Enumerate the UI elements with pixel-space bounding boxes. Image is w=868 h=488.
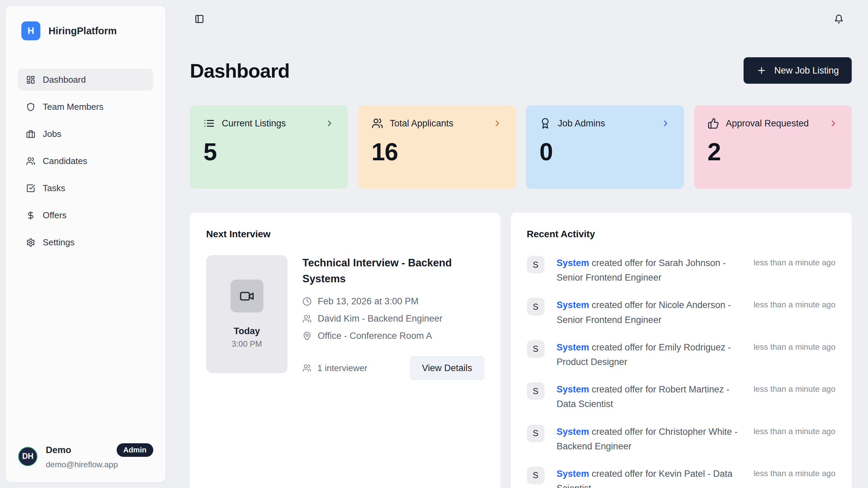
interview-date-tile: Today 3:00 PM <box>206 255 288 373</box>
sidebar-item-jobs[interactable]: Jobs <box>18 123 153 145</box>
activity-actor-link[interactable]: System <box>557 258 589 268</box>
sidebar-item-label: Offers <box>43 210 66 221</box>
sidebar-item-label: Tasks <box>43 183 65 194</box>
list-icon <box>203 118 215 129</box>
activity-avatar: S <box>527 298 545 316</box>
plus-icon <box>756 65 767 76</box>
activity-item: S System created offer for Kevin Patel -… <box>527 467 836 488</box>
stat-label: Approval Requested <box>726 118 809 129</box>
video-camera-icon <box>239 289 254 304</box>
interview-location: Office - Conference Room A <box>318 331 432 341</box>
new-job-listing-button[interactable]: New Job Listing <box>744 57 852 84</box>
activity-actor-link[interactable]: System <box>557 427 589 437</box>
interview-datetime-row: Feb 13, 2026 at 3:00 PM <box>302 296 484 307</box>
recent-activity-panel: Recent Activity S System created offer f… <box>511 212 852 488</box>
activity-timestamp: less than a minute ago <box>754 425 836 436</box>
stat-value: 5 <box>203 138 334 166</box>
page-header: Dashboard New Job Listing <box>190 57 852 84</box>
brand-name: HiringPlatform <box>48 25 117 37</box>
sidebar: H HiringPlatform Dashboard Team Members … <box>5 5 166 483</box>
activity-avatar: S <box>527 382 545 400</box>
stat-card-job-admins[interactable]: Job Admins 0 <box>526 105 684 189</box>
sidebar-item-label: Jobs <box>43 129 61 139</box>
activity-actor-link[interactable]: System <box>557 469 589 479</box>
interview-location-row: Office - Conference Room A <box>302 331 484 341</box>
avatar: DH <box>18 447 38 466</box>
users-icon <box>302 364 311 372</box>
activity-actor-link[interactable]: System <box>557 384 589 394</box>
sidebar-nav: Dashboard Team Members Jobs Candidates T… <box>6 69 165 253</box>
interview-person-row: David Kim - Backend Engineer <box>302 313 484 324</box>
stats-row: Current Listings 5 Total Applicants 16 <box>190 105 852 189</box>
stat-value: 0 <box>539 138 670 166</box>
clock-icon <box>302 297 312 306</box>
next-interview-title: Next Interview <box>206 229 484 240</box>
activity-text: System created offer for Sarah Johnson -… <box>557 256 742 285</box>
recent-activity-title: Recent Activity <box>527 229 836 240</box>
activity-text: System created offer for Christopher Whi… <box>557 425 742 454</box>
map-pin-icon <box>302 331 312 341</box>
sidebar-item-dashboard[interactable]: Dashboard <box>18 69 153 90</box>
user-info: Demo Admin demo@hireflow.app <box>46 443 153 469</box>
new-job-listing-label: New Job Listing <box>774 65 839 76</box>
users-icon <box>302 314 312 323</box>
view-details-button[interactable]: View Details <box>410 356 484 380</box>
sidebar-item-offers[interactable]: Offers <box>18 204 153 226</box>
sidebar-item-label: Settings <box>43 237 75 248</box>
sidebar-item-label: Team Members <box>43 102 103 112</box>
activity-item: S System created offer for Nicole Anders… <box>527 298 836 327</box>
sidebar-item-candidates[interactable]: Candidates <box>18 150 153 172</box>
activity-timestamp: less than a minute ago <box>754 256 836 267</box>
panel-left-icon <box>195 14 204 24</box>
avatar-initials: DH <box>22 452 33 461</box>
stat-value: 2 <box>708 138 839 166</box>
stat-card-approval-requested[interactable]: Approval Requested 2 <box>694 105 852 189</box>
briefcase-icon <box>26 129 35 139</box>
role-badge: Admin <box>117 443 153 457</box>
sidebar-item-settings[interactable]: Settings <box>18 231 153 253</box>
interviewer-count-label: 1 interviewer <box>317 363 367 373</box>
stat-label: Total Applicants <box>390 118 454 129</box>
sidebar-item-tasks[interactable]: Tasks <box>18 177 153 199</box>
interview-datetime: Feb 13, 2026 at 3:00 PM <box>318 296 418 307</box>
interview-job-title: Technical Interview - Backend Systems <box>302 255 484 287</box>
thumbs-up-icon <box>708 118 719 129</box>
activity-item: S System created offer for Emily Rodrigu… <box>527 340 836 369</box>
activity-text: System created offer for Nicole Anderson… <box>557 298 742 327</box>
topbar <box>174 0 868 38</box>
sidebar-item-team-members[interactable]: Team Members <box>18 96 153 118</box>
panels-row: Next Interview Today 3:00 PM Technical I… <box>190 212 852 488</box>
users-icon <box>372 118 383 129</box>
interview-person: David Kim - Backend Engineer <box>318 313 442 324</box>
brand: H HiringPlatform <box>6 6 165 40</box>
notifications-button[interactable] <box>834 14 844 24</box>
activity-actor-link[interactable]: System <box>557 342 589 352</box>
sidebar-item-label: Dashboard <box>43 75 86 85</box>
chevron-right-icon <box>829 119 838 128</box>
users-icon <box>26 157 35 166</box>
sidebar-item-label: Candidates <box>43 156 87 166</box>
activity-text: System created offer for Emily Rodriguez… <box>557 340 742 369</box>
check-square-icon <box>26 184 35 193</box>
dollar-icon <box>26 211 35 220</box>
video-tile <box>231 280 263 312</box>
sidebar-user[interactable]: DH Demo Admin demo@hireflow.app <box>18 443 153 469</box>
activity-avatar: S <box>527 340 545 358</box>
activity-avatar: S <box>527 256 545 273</box>
activity-timestamp: less than a minute ago <box>754 298 836 309</box>
stat-label: Current Listings <box>222 118 286 129</box>
bell-icon <box>834 14 844 24</box>
dashboard-grid-icon <box>26 75 35 84</box>
activity-avatar: S <box>527 425 545 442</box>
interview-day: Today <box>234 326 260 337</box>
sidebar-toggle-button[interactable] <box>195 14 204 24</box>
page-title: Dashboard <box>190 59 290 82</box>
activity-timestamp: less than a minute ago <box>754 340 836 352</box>
activity-actor-link[interactable]: System <box>557 300 589 310</box>
stat-card-total-applicants[interactable]: Total Applicants 16 <box>358 105 516 189</box>
brand-logo-letter: H <box>27 26 34 36</box>
stat-card-current-listings[interactable]: Current Listings 5 <box>190 105 348 189</box>
user-name: Demo <box>46 445 71 455</box>
chevron-right-icon <box>661 119 670 128</box>
activity-list: S System created offer for Sarah Johnson… <box>527 256 836 488</box>
